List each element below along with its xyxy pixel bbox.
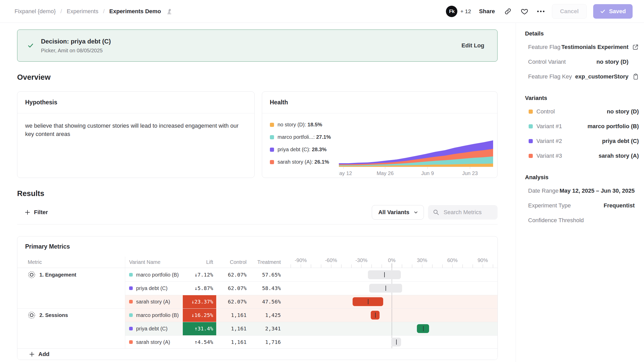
cancel-button[interactable]: Cancel bbox=[552, 4, 587, 19]
metric-cell bbox=[17, 281, 125, 295]
variant-name: sarah story (A) bbox=[136, 299, 170, 305]
more-options-icon[interactable] bbox=[536, 7, 545, 16]
x-axis-label: May 12 bbox=[339, 170, 352, 176]
health-legend: no story (D): 18.5% marco portfoli...: 2… bbox=[270, 120, 338, 178]
health-card: Health no story (D): 18.5% marco portfol… bbox=[262, 91, 498, 178]
lift-value: ↑4.54% bbox=[183, 335, 216, 349]
variant-slot-label: Variant #1 bbox=[533, 123, 562, 130]
ci-plot-area bbox=[291, 308, 493, 322]
row-divider bbox=[125, 322, 498, 322]
results-toolbar: Filter All Variants bbox=[17, 205, 498, 220]
legend-text: marco portfoli...: 27.1% bbox=[278, 134, 331, 140]
favorite-heart-icon[interactable] bbox=[519, 6, 530, 16]
add-metric-button[interactable]: Add bbox=[17, 348, 498, 360]
scale-tick bbox=[432, 264, 432, 268]
variant-color-swatch bbox=[529, 110, 533, 114]
scale-tick bbox=[473, 264, 473, 268]
copy-link-icon[interactable] bbox=[503, 6, 513, 16]
variant-swatch bbox=[129, 327, 133, 330]
variant-swatch bbox=[129, 313, 133, 317]
edit-log-button[interactable]: Edit Log bbox=[461, 42, 484, 49]
table-row[interactable]: priya debt (C) ↑31.4% 1,161 2,341 bbox=[17, 322, 498, 335]
health-legend-item: sarah story (A): 26.1% bbox=[270, 159, 338, 165]
top-bar: Fixpanel {demo} / Experiments / Experime… bbox=[0, 0, 644, 23]
saved-label: Saved bbox=[609, 8, 626, 15]
row-spacer bbox=[281, 308, 291, 322]
variants-filter-dropdown[interactable]: All Variants bbox=[372, 205, 424, 220]
table-row[interactable]: 1. Engagement marco portfolio (B) ↓7.12%… bbox=[17, 268, 498, 281]
table-row[interactable]: sarah story (A) ↑4.54% 1,161 1,716 bbox=[17, 335, 498, 349]
scale-tick bbox=[442, 264, 443, 268]
variant-color-swatch bbox=[529, 154, 533, 158]
variant-cell: priya debt (C) bbox=[125, 281, 183, 295]
analysis-heading: Analysis bbox=[525, 173, 639, 181]
confidence-interval-bar bbox=[417, 324, 429, 333]
breadcrumb-current: Experiments Demo bbox=[109, 8, 161, 15]
external-link-icon[interactable] bbox=[632, 44, 639, 50]
control-value: 1,161 bbox=[216, 308, 247, 322]
scale-label: -30% bbox=[355, 257, 368, 263]
health-legend-item: marco portfoli...: 27.1% bbox=[270, 134, 338, 140]
ci-cell bbox=[291, 308, 493, 322]
treatment-value: 1,716 bbox=[247, 335, 281, 349]
variant-color-swatch bbox=[529, 124, 533, 128]
detail-row-control-variant: Control Variant no story (D) bbox=[525, 54, 639, 69]
variant-cell: priya debt (C) bbox=[125, 322, 183, 335]
variant-swatch bbox=[129, 273, 133, 277]
ci-mean-tick bbox=[423, 326, 424, 331]
scale-tick bbox=[412, 264, 412, 268]
analysis-row-experiment-type: Experiment Type Frequentist bbox=[525, 198, 639, 213]
decision-subtitle: Picker, Amit on 08/05/2025 bbox=[41, 48, 461, 54]
scale-tick bbox=[463, 264, 463, 268]
treatment-value: 58.43% bbox=[247, 281, 281, 295]
metric-label: 1. Engagement bbox=[39, 272, 76, 278]
chevron-down-icon bbox=[413, 210, 418, 215]
detail-label: Feature Flag Key bbox=[525, 73, 572, 80]
breadcrumb-project[interactable]: Fixpanel {demo} bbox=[15, 8, 56, 15]
variant-color-swatch bbox=[529, 139, 533, 143]
metric-label: 2. Sessions bbox=[39, 312, 68, 318]
treatment-value: 57.65% bbox=[247, 268, 281, 281]
variants-section: Variants Control no story (D) Variant #1… bbox=[525, 94, 639, 163]
feature-flag-key-value: exp_customerStory bbox=[575, 73, 628, 80]
feature-flag-value[interactable]: Testimonials Experiment bbox=[561, 44, 628, 50]
health-legend-item: priya debt (C): 28.3% bbox=[270, 147, 338, 153]
avatar[interactable]: Fk bbox=[446, 6, 457, 17]
microscope-icon bbox=[166, 8, 173, 15]
add-label: Add bbox=[38, 351, 50, 358]
scale-label: 90% bbox=[478, 257, 488, 263]
lift-value: ↑31.4% bbox=[183, 322, 216, 335]
variant-name: marco portfolio (B) bbox=[136, 312, 179, 318]
table-row[interactable]: sarah story (A) ↓23.37% 62.07% 47.56% bbox=[17, 295, 498, 308]
row-spacer bbox=[281, 335, 291, 349]
row-spacer bbox=[281, 295, 291, 308]
variant-name: priya debt (C) bbox=[136, 326, 167, 332]
collaborators-count[interactable]: + 12 bbox=[460, 8, 471, 15]
variant-row: Control no story (D) bbox=[525, 104, 639, 119]
breadcrumb-experiments[interactable]: Experiments bbox=[67, 8, 98, 15]
variant-swatch bbox=[129, 300, 133, 303]
table-row[interactable]: 2. Sessions marco portfolio (B) ↓16.25% … bbox=[17, 308, 498, 322]
ellipsis-dots bbox=[537, 8, 544, 15]
search-input[interactable] bbox=[443, 209, 493, 216]
legend-value: 18.5% bbox=[307, 122, 322, 127]
row-divider bbox=[125, 281, 498, 282]
scale-tick bbox=[452, 264, 453, 268]
variant-name: priya debt (C) bbox=[136, 285, 167, 291]
legend-value: 27.1% bbox=[316, 134, 331, 140]
ci-plot-area bbox=[291, 268, 493, 281]
breadcrumb-separator: / bbox=[60, 8, 62, 15]
scale-tick bbox=[341, 264, 341, 268]
legend-label: marco portfoli...: bbox=[278, 134, 315, 140]
ci-plot-area bbox=[291, 295, 493, 308]
add-filter-button[interactable]: Filter bbox=[23, 209, 50, 216]
clipboard-copy-icon[interactable] bbox=[632, 73, 639, 80]
analysis-label: Experiment Type bbox=[525, 202, 571, 209]
column-treatment: Treatment bbox=[247, 257, 281, 268]
legend-label: priya debt (C): bbox=[278, 147, 311, 152]
share-button[interactable]: Share bbox=[478, 8, 496, 15]
saved-button[interactable]: Saved bbox=[593, 4, 633, 19]
variant-value: sarah story (A) bbox=[599, 153, 639, 159]
table-row[interactable]: priya debt (C) ↓5.87% 62.07% 58.43% bbox=[17, 281, 498, 295]
ci-plot-area bbox=[291, 281, 493, 295]
